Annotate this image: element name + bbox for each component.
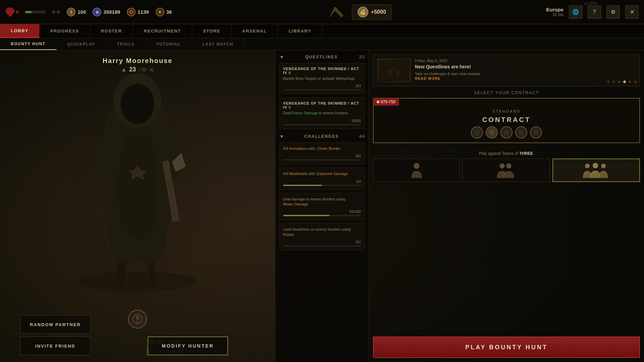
region-ping: 32 ms	[546, 12, 564, 17]
settings-button[interactable]: ⚙	[606, 5, 620, 19]
challenge-item-3: Deal damage to enemy Hunters using: Mele…	[279, 193, 365, 220]
svg-point-21	[97, 247, 98, 249]
xp-bar	[25, 11, 45, 13]
blood-bonds-item: ⬡ 1139	[127, 8, 149, 16]
blood-count: 6	[16, 9, 18, 14]
nav-item-library[interactable]: LIBRARY	[278, 24, 322, 38]
nav-item-progress[interactable]: PROGRESS	[40, 24, 90, 38]
region-name: Europe	[546, 7, 564, 12]
read-more-button[interactable]: READ MORE	[415, 76, 636, 80]
region-info: Europe 32 ms	[546, 7, 564, 17]
quest-2-progress-bar-bg	[283, 124, 361, 125]
modify-btn-container: MODIFY HUNTER	[148, 337, 228, 355]
subnav-trials[interactable]: TRIALS	[106, 38, 146, 50]
contract-section: Select your Contract 675-750 STANDARD CO…	[373, 90, 640, 148]
contract-circles	[471, 126, 542, 138]
news-dot-2[interactable]	[618, 80, 621, 83]
quest-2-base-title: VENGEANCE OF THE SKINNED / ACT IV	[283, 101, 359, 109]
bounty-coins-value: 36	[166, 9, 172, 15]
action-buttons: RANDOM PARTNER INVITE FRIEND	[20, 315, 91, 355]
hunter-avatar	[128, 310, 147, 328]
close-button[interactable]: ✕	[625, 5, 639, 19]
team-option-duo[interactable]	[463, 159, 549, 182]
globe-button[interactable]: 🌐	[569, 5, 582, 19]
modify-hunter-button[interactable]: MODIFY HUNTER	[148, 337, 228, 355]
quest-item-2: VENGEANCE OF THE SKINNED / ACT IV 5 Deal…	[279, 98, 365, 129]
subnav-quickplay[interactable]: QUICKPLAY	[57, 38, 106, 50]
help-button[interactable]: ?	[588, 5, 601, 19]
subnav-tutorial[interactable]: TUTORIAL	[146, 38, 192, 50]
nav-item-recruitment[interactable]: RECRUITMENT	[133, 24, 192, 38]
level-up-icon: ▲	[121, 67, 126, 73]
challenge-1-progress-text: 0/2	[356, 154, 361, 158]
bounty-coins-item: ★ 36	[156, 8, 172, 16]
dark-sight-icon: ◈	[93, 8, 101, 16]
premium-currency-item[interactable]: 💰 +5000	[352, 4, 392, 20]
questlines-chevron-icon: ▼	[279, 54, 284, 60]
svg-point-30	[585, 164, 589, 168]
hunt-dollars-item: $ 100	[67, 8, 86, 16]
nav-item-arsenal[interactable]: ARSENAL	[231, 24, 278, 38]
questlines-title: QUESTLINES	[305, 55, 338, 59]
quest-1-title: VENGEANCE OF THE SKINNED / ACT IV 6	[283, 67, 361, 75]
challenge-4-progress-text: 0/1	[356, 240, 361, 244]
quest-2-desc: Deal Poison Damage to enemy Hunters	[283, 111, 361, 116]
nav-bar: LOBBY PROGRESS ROSTER RECRUITMENT STORE …	[0, 24, 644, 38]
challenge-3-progress-text: 91/150	[350, 209, 361, 214]
challenges-header[interactable]: ▼ CHALLENGES 4/4	[279, 134, 365, 139]
svg-point-28	[500, 164, 504, 168]
challenges-count: 4/4	[359, 134, 365, 139]
subnav-last-match[interactable]: LAST MATCH	[192, 38, 245, 50]
blood-bonds-value: 1139	[138, 9, 149, 15]
news-title: New Questlines are here!	[415, 64, 636, 69]
news-dot-5[interactable]	[634, 80, 637, 83]
dark-sight-item: ◈ 358189	[93, 8, 120, 16]
team-option-solo[interactable]	[373, 159, 460, 182]
news-content: Friday, May 5, 2023 New Questlines are h…	[415, 59, 636, 82]
svg-point-23	[170, 278, 172, 279]
invite-friend-button[interactable]: INVITE FRIEND	[20, 337, 91, 355]
svg-point-27	[414, 163, 419, 169]
play-bounty-hunt-button[interactable]: PLAY BOUNTY HUNT	[373, 337, 640, 358]
poison-damage-highlight: Poison Damage	[292, 111, 318, 115]
challenge-3-bar-fill	[283, 215, 330, 216]
nav-item-store[interactable]: STORE	[192, 24, 231, 38]
news-dot-0[interactable]	[607, 80, 610, 83]
contract-circle-4	[515, 126, 527, 138]
questlines-header[interactable]: ▼ QUESTLINES 2/2	[279, 54, 365, 60]
quest-2-progress-text: 0/500	[352, 119, 361, 123]
contract-circle-1	[471, 126, 483, 138]
svg-point-29	[506, 164, 511, 168]
challenges-chevron-icon: ▼	[279, 134, 284, 139]
challenge-3-bar-bg	[283, 215, 361, 216]
news-dot-1[interactable]	[612, 80, 615, 83]
contract-card[interactable]: 675-750 STANDARD CONTRACT	[373, 98, 640, 143]
hunter-artwork	[54, 67, 221, 296]
challenge-2-bar-fill	[283, 185, 322, 186]
challenges-title: CHALLENGES	[304, 134, 339, 139]
version-label: v1.2879	[584, 1, 597, 5]
team-option-trio[interactable]	[552, 159, 640, 182]
svg-marker-0	[330, 7, 343, 17]
subnav-bounty-hunt[interactable]: BOUNTY HUNT	[0, 38, 57, 50]
top-bar: 6 $ 100 ◈ 358189 ⬡ 1139 ★ 36	[0, 0, 644, 24]
contract-price-badge: 675-750	[373, 98, 399, 106]
news-card: Friday, May 5, 2023 New Questlines are h…	[373, 54, 640, 86]
challenge-3-desc: Deal damage to enemy Hunters using: Mele…	[283, 197, 361, 207]
news-dot-3[interactable]	[623, 80, 626, 83]
team-count-bold: THREE	[519, 151, 533, 156]
quest-2-num: 5	[288, 105, 291, 109]
news-dot-4[interactable]	[628, 80, 632, 83]
contract-title: CONTRACT	[378, 116, 635, 124]
quest-2-progress: 0/500	[283, 119, 361, 123]
nav-item-lobby[interactable]: LOBBY	[0, 24, 40, 38]
nav-item-roster[interactable]: ROSTER	[90, 24, 133, 38]
svg-point-31	[593, 163, 598, 168]
challenge-1-bar-bg	[283, 159, 361, 161]
random-partner-button[interactable]: RANDOM PARTNER	[20, 315, 91, 334]
challenge-2-bar-bg	[283, 185, 361, 186]
news-thumbnail	[377, 59, 411, 82]
challenge-3-progress: 91/150	[283, 209, 361, 214]
progress-dots	[52, 10, 60, 14]
price-dot-icon	[377, 101, 379, 103]
